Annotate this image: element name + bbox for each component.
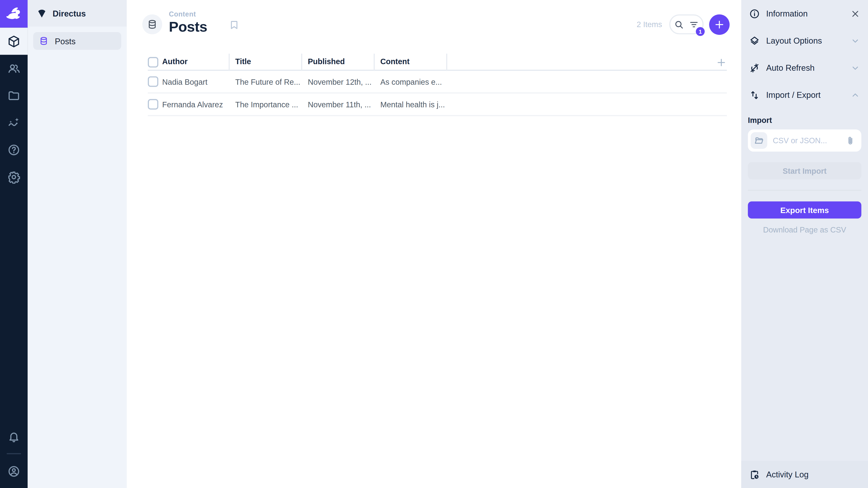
- add-field-button[interactable]: [714, 57, 727, 68]
- cube-icon: [7, 35, 21, 48]
- import-export-panel: Import CSV or JSON... Start Import E: [741, 108, 868, 234]
- section-label: Information: [766, 9, 844, 18]
- items-table: Author Title Published Content Nadia Bog…: [148, 54, 727, 116]
- import-label: Import: [748, 116, 862, 125]
- bell-icon: [7, 430, 21, 443]
- info-sidebar: Information Layout Options: [741, 0, 868, 488]
- layers-icon: [749, 35, 760, 46]
- items-count: 2 Items: [637, 20, 662, 29]
- sidebar-section-auto-refresh[interactable]: Auto Refresh: [741, 54, 868, 81]
- section-label: Layout Options: [766, 36, 844, 45]
- select-all-checkbox[interactable]: [148, 57, 162, 68]
- column-header-title[interactable]: Title: [230, 54, 302, 71]
- project-logo-icon: [37, 8, 47, 19]
- sync-disabled-icon: [749, 62, 760, 73]
- table-header-row: Author Title Published Content: [148, 54, 727, 71]
- project-name: Directus: [53, 8, 86, 18]
- chevron-down-icon: [850, 63, 860, 73]
- search-button[interactable]: [674, 19, 684, 30]
- activity-log-label: Activity Log: [766, 470, 809, 479]
- module-content[interactable]: [0, 28, 28, 55]
- export-items-button[interactable]: Export Items: [748, 201, 862, 219]
- close-sidebar-button[interactable]: [850, 8, 860, 19]
- cell-published: November 11th, ...: [302, 100, 375, 109]
- table-row[interactable]: Nadia Bogart The Future of Re... Novembe…: [148, 71, 727, 93]
- module-documentation[interactable]: [0, 136, 28, 163]
- plus-icon: [716, 57, 727, 68]
- column-header-published[interactable]: Published: [302, 54, 375, 71]
- plus-icon: [714, 19, 725, 30]
- panel-divider: [748, 190, 862, 191]
- insights-icon: [7, 116, 21, 129]
- gear-icon: [7, 170, 21, 184]
- sidebar-section-layout-options[interactable]: Layout Options: [741, 27, 868, 54]
- create-item-button[interactable]: [709, 14, 730, 35]
- help-icon: [7, 143, 21, 156]
- notifications-button[interactable]: [0, 423, 28, 450]
- column-header-content[interactable]: Content: [375, 54, 447, 71]
- nav-item-posts[interactable]: Posts: [33, 32, 121, 50]
- folder-open-icon: [751, 132, 767, 149]
- breadcrumb[interactable]: Content: [169, 11, 207, 18]
- row-checkbox[interactable]: [148, 76, 162, 87]
- cell-content: As companies e...: [375, 77, 447, 86]
- chevron-down-icon: [850, 36, 860, 46]
- start-import-button[interactable]: Start Import: [748, 162, 862, 180]
- table-row[interactable]: Fernanda Alvarez The Importance ... Nove…: [148, 94, 727, 116]
- main-content: Content Posts 2 Items: [127, 0, 741, 488]
- swap-vertical-icon: [749, 90, 760, 101]
- collection-database-icon: [39, 36, 49, 46]
- account-circle-icon: [7, 464, 21, 478]
- nav-item-label: Posts: [55, 36, 75, 46]
- module-bar: [0, 0, 28, 488]
- project-switcher[interactable]: Directus: [28, 0, 127, 27]
- database-icon: [147, 19, 158, 30]
- bookmark-button[interactable]: [228, 20, 240, 31]
- module-insights[interactable]: [0, 109, 28, 136]
- clipboard-clock-icon: [749, 469, 760, 480]
- info-icon: [749, 8, 760, 19]
- section-label: Import / Export: [766, 90, 844, 100]
- page-title: Posts: [169, 19, 207, 35]
- row-checkbox[interactable]: [148, 99, 162, 109]
- cell-published: November 12th, ...: [302, 77, 375, 86]
- search-icon: [674, 19, 684, 30]
- title-block: Content Posts: [169, 11, 207, 35]
- rabbit-logo-icon: [4, 4, 23, 23]
- close-icon: [850, 8, 860, 19]
- cell-author: Fernanda Alvarez: [162, 100, 230, 109]
- filter-count-badge: 1: [696, 27, 705, 36]
- module-settings[interactable]: [0, 163, 28, 190]
- chevron-up-icon: [850, 90, 860, 100]
- people-icon: [7, 62, 21, 75]
- page-header: Content Posts 2 Items: [127, 0, 741, 49]
- table-body: Nadia Bogart The Future of Re... Novembe…: [148, 71, 727, 116]
- activity-log-button[interactable]: Activity Log: [741, 461, 868, 488]
- account-button[interactable]: [0, 457, 28, 485]
- paperclip-icon: [845, 135, 859, 145]
- header-actions: 2 Items 1: [637, 0, 730, 49]
- column-header-author[interactable]: Author: [162, 54, 230, 71]
- file-input-placeholder: CSV or JSON...: [767, 136, 845, 145]
- search-filter-pill: 1: [669, 14, 704, 34]
- module-file-library[interactable]: [0, 82, 28, 109]
- cell-content: Mental health is j...: [375, 100, 447, 109]
- navigation-sidebar: Directus Posts: [28, 0, 127, 488]
- bookmark-icon: [228, 20, 240, 31]
- collection-icon-circle: [142, 14, 162, 34]
- directus-logo[interactable]: [0, 0, 28, 28]
- download-csv-link[interactable]: Download Page as CSV: [748, 225, 862, 234]
- module-bar-divider: [6, 453, 21, 454]
- cell-title: The Future of Re...: [230, 77, 302, 86]
- sidebar-section-information[interactable]: Information: [741, 0, 868, 27]
- sidebar-section-import-export[interactable]: Import / Export: [741, 81, 868, 108]
- folder-icon: [7, 89, 21, 102]
- module-user-directory[interactable]: [0, 55, 28, 82]
- import-file-input[interactable]: CSV or JSON...: [748, 129, 862, 152]
- cell-author: Nadia Bogart: [162, 77, 230, 86]
- section-label: Auto Refresh: [766, 63, 844, 72]
- directus-app: Directus Posts: [0, 0, 868, 488]
- cell-title: The Importance ...: [230, 100, 302, 109]
